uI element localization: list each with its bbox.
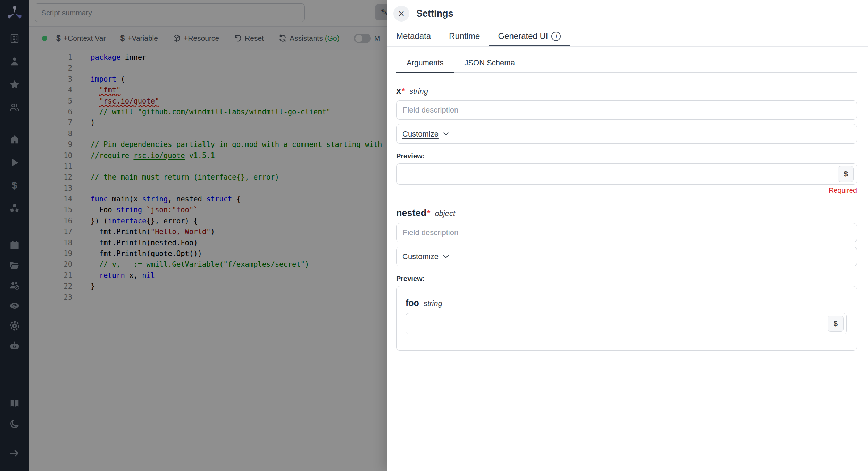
field-description-input[interactable] bbox=[396, 100, 857, 120]
drawer-title: Settings bbox=[416, 8, 453, 19]
customize-toggle[interactable]: Customize bbox=[402, 130, 448, 139]
customize-box: Customize bbox=[396, 247, 857, 266]
field-name: foo bbox=[406, 298, 419, 308]
preview-input[interactable] bbox=[406, 313, 846, 334]
argument-section-x: x*stringCustomize Preview:$Required bbox=[396, 86, 857, 195]
customize-label: Customize bbox=[402, 252, 439, 261]
preview-input-wrap: $ bbox=[396, 163, 857, 185]
preview-input[interactable] bbox=[397, 164, 857, 184]
required-asterisk: * bbox=[402, 86, 405, 96]
object-preview-box: foostring$ bbox=[396, 286, 857, 351]
field-type-badge: string bbox=[424, 299, 442, 308]
insert-variable-button[interactable]: $ bbox=[838, 166, 854, 182]
subtab-json-schema[interactable]: JSON Schema bbox=[454, 58, 525, 73]
argument-section-nested: nested*objectCustomize Preview:foostring… bbox=[396, 208, 857, 351]
drawer-header: × Settings bbox=[387, 0, 868, 27]
tab-label: Runtime bbox=[449, 31, 480, 41]
preview-label: Preview: bbox=[396, 152, 857, 160]
field-name: nested bbox=[396, 208, 426, 218]
required-hint: Required bbox=[396, 187, 857, 195]
app-root: $ ✎ $+Context Var$+Variable+ResourceRese… bbox=[0, 0, 868, 471]
customize-box: Customize bbox=[396, 124, 857, 144]
field-label-row: nested*object bbox=[396, 208, 857, 218]
drawer-content: ArgumentsJSON Schema x*stringCustomize P… bbox=[387, 47, 868, 351]
customize-label: Customize bbox=[402, 130, 439, 139]
settings-drawer: × Settings MetadataRuntimeGenerated UIi … bbox=[387, 0, 868, 471]
close-icon[interactable]: × bbox=[393, 6, 409, 22]
tab-label: Metadata bbox=[396, 31, 431, 41]
required-asterisk: * bbox=[427, 208, 430, 218]
settings-tabs: MetadataRuntimeGenerated UIi bbox=[387, 27, 868, 47]
insert-variable-button[interactable]: $ bbox=[828, 316, 844, 332]
field-label-row: foostring bbox=[406, 298, 847, 308]
customize-toggle[interactable]: Customize bbox=[402, 252, 448, 261]
preview-label: Preview: bbox=[396, 275, 857, 283]
tab-metadata[interactable]: Metadata bbox=[387, 27, 440, 46]
tab-runtime[interactable]: Runtime bbox=[440, 27, 489, 46]
field-type-badge: object bbox=[435, 209, 455, 218]
chevron-down-icon bbox=[443, 130, 449, 135]
tab-generated-ui[interactable]: Generated UIi bbox=[489, 27, 569, 46]
info-icon[interactable]: i bbox=[551, 32, 561, 41]
generated-ui-subtabs: ArgumentsJSON Schema bbox=[396, 58, 857, 73]
subtab-arguments[interactable]: Arguments bbox=[396, 58, 454, 73]
field-label-row: x*string bbox=[396, 86, 857, 96]
field-description-input[interactable] bbox=[396, 223, 857, 242]
tab-label: Generated UI bbox=[498, 31, 548, 41]
chevron-down-icon bbox=[443, 253, 449, 258]
field-type-badge: string bbox=[409, 87, 428, 96]
preview-input-wrap: $ bbox=[406, 313, 847, 334]
field-name: x bbox=[396, 86, 401, 96]
